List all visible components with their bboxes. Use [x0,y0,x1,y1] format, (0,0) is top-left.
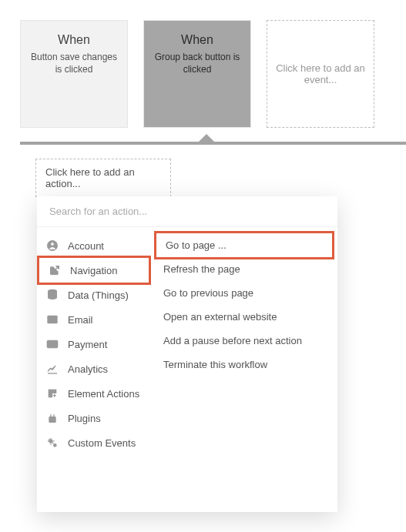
category-label: Account [68,240,104,252]
mail-icon [46,313,59,326]
chart-icon [46,363,59,375]
user-icon [46,239,59,252]
action-label: Terminate this workflow [163,359,267,370]
event-desc: Group back button is clicked [150,52,244,75]
svg-rect-8 [49,394,52,397]
credit-card-icon [46,338,59,350]
action-label: Open an external website [163,311,277,323]
actions-separator [20,142,406,145]
svg-point-14 [49,440,52,443]
category-label: Email [68,314,93,326]
actions-panel: Go to page ... Refresh the page Go to pr… [151,227,337,512]
category-element-actions[interactable]: Element Actions [37,381,151,406]
plugin-icon [46,412,59,424]
action-go-to-page[interactable]: Go to page ... [154,231,334,259]
action-previous-page[interactable]: Go to previous page [151,281,337,305]
category-analytics[interactable]: Analytics [37,356,151,381]
event-when-label: When [58,33,90,47]
categories-panel: Account Navigation Data (Things) [37,227,151,512]
category-email[interactable]: Email [37,307,151,332]
element-icon [46,387,59,400]
search-input[interactable] [37,196,337,227]
action-label: Go to page ... [166,239,226,251]
svg-rect-4 [47,340,57,347]
category-label: Payment [68,339,107,350]
category-account[interactable]: Account [37,233,151,258]
category-label: Navigation [70,265,117,276]
svg-rect-7 [53,390,56,393]
events-row: When Button save changes is clicked When… [20,20,386,128]
add-action-box[interactable]: Click here to add an action... [35,159,171,197]
selected-event-arrow [199,134,214,142]
add-action-label: Click here to add an action... [45,166,161,189]
category-custom-events[interactable]: Custom Events [37,430,151,455]
svg-point-1 [51,243,54,246]
event-box-save-changes[interactable]: When Button save changes is clicked [20,20,128,128]
category-label: Data (Things) [68,289,129,301]
svg-rect-11 [49,417,55,423]
category-plugins[interactable]: Plugins [37,406,151,430]
action-add-pause[interactable]: Add a pause before next action [151,329,337,353]
category-data[interactable]: Data (Things) [37,283,151,307]
category-label: Plugins [68,413,101,424]
svg-point-15 [54,444,56,447]
event-desc: Button save changes is clicked [27,52,121,75]
dropdown-panels: Account Navigation Data (Things) [37,227,337,512]
svg-rect-6 [49,390,52,393]
event-box-back-button[interactable]: When Group back button is clicked [143,20,251,128]
action-label: Go to previous page [163,287,253,299]
event-when-label: When [181,33,213,47]
external-link-icon [49,264,61,276]
action-label: Add a pause before next action [163,335,302,346]
category-payment[interactable]: Payment [37,332,151,356]
workflow-canvas: When Button save changes is clicked When… [0,0,406,148]
action-terminate[interactable]: Terminate this workflow [151,353,337,376]
action-dropdown: Account Navigation Data (Things) [37,196,337,512]
action-label: Refresh the page [163,263,240,275]
add-event-box[interactable]: Click here to add an event... [267,20,374,128]
category-label: Custom Events [68,437,136,449]
action-refresh-page[interactable]: Refresh the page [151,257,337,281]
category-navigation[interactable]: Navigation [37,256,151,285]
category-label: Element Actions [68,388,139,400]
action-external-website[interactable]: Open an external website [151,305,337,329]
add-event-label: Click here to add an event... [273,62,367,85]
gears-icon [46,437,59,449]
category-label: Analytics [68,363,108,375]
database-icon [46,289,59,301]
